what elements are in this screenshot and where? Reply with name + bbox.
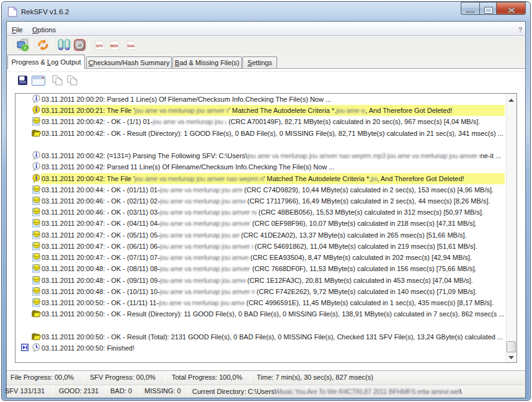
svg-text:SFV: SFV (96, 44, 103, 48)
svg-text:SHA: SHA (127, 44, 135, 48)
svg-text:MD5: MD5 (110, 44, 118, 48)
